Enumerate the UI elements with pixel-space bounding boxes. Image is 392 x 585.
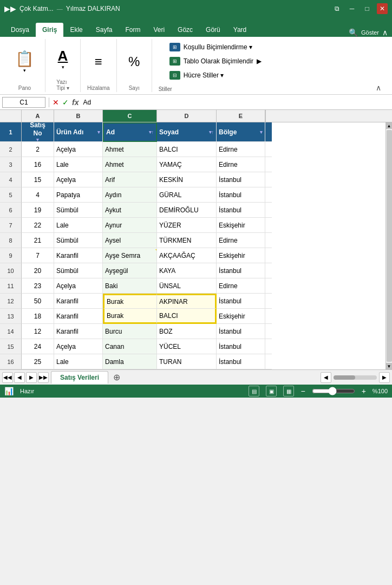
cell-A1[interactable]: SatışNo ▾ <box>22 122 54 142</box>
cell-D12[interactable]: AKPINAR <box>157 294 217 309</box>
row-header-4[interactable]: 4 <box>0 172 22 187</box>
cell-reference-input[interactable] <box>2 97 45 108</box>
ribbon-collapse-btn[interactable]: ∧ <box>382 28 388 37</box>
cell-A12[interactable]: 50 <box>22 294 54 309</box>
cell-A14[interactable]: 12 <box>22 324 54 339</box>
tab-dosya[interactable]: Dosya <box>4 23 36 37</box>
cell-C10[interactable]: Ayşegül <box>103 263 157 278</box>
tab-form[interactable]: Form <box>119 23 147 37</box>
h-scroll-right[interactable]: ▶ <box>379 372 390 383</box>
cell-C9[interactable]: Ayşe Semra <box>103 248 157 263</box>
cell-E12[interactable]: İstanbul <box>217 294 265 309</box>
cell-A13[interactable]: 18 <box>22 309 54 324</box>
cell-E13[interactable]: Eskişehir <box>217 309 265 324</box>
cell-E14[interactable]: İstanbul <box>217 324 265 339</box>
confirm-formula-icon[interactable]: ✓ <box>62 98 69 107</box>
hucre-stiller-btn[interactable]: ⊟ Hücre Stiller ▾ <box>165 69 266 81</box>
sheet-nav-first[interactable]: ◀◀ <box>2 372 13 383</box>
cell-A3[interactable]: 16 <box>22 157 54 172</box>
cell-A15[interactable]: 24 <box>22 339 54 354</box>
sayi-btn[interactable]: % <box>123 52 145 72</box>
cell-C8[interactable]: Aysel <box>103 233 157 248</box>
cell-B4[interactable]: Açelya <box>54 172 103 187</box>
cell-D2[interactable]: BALCI <box>157 142 217 157</box>
cell-B13[interactable]: Karanfil <box>54 309 103 324</box>
cell-B1[interactable]: Ürün Adı ▾ <box>54 122 103 142</box>
row-header-14[interactable]: 14 <box>0 324 22 339</box>
tab-veri[interactable]: Veri <box>147 23 171 37</box>
cell-D16[interactable]: TURAN <box>157 354 217 369</box>
sheet-nav-prev[interactable]: ◀ <box>14 372 25 383</box>
hizalama-btn[interactable]: ≡ <box>88 52 109 72</box>
cell-C1[interactable]: Ad ▾↑ <box>103 122 157 142</box>
row-header-6[interactable]: 6 <box>0 203 22 218</box>
cell-A11[interactable]: 23 <box>22 278 54 294</box>
cell-A2[interactable]: 2 <box>22 142 54 157</box>
cell-B8[interactable]: Sümbül <box>54 233 103 248</box>
cell-C2[interactable]: Ahmet <box>103 142 157 157</box>
cell-D11[interactable]: ÜNSAL <box>157 278 217 294</box>
tab-ekle[interactable]: Ekle <box>63 23 89 37</box>
cell-C14[interactable]: Burcu <box>103 324 157 339</box>
cell-B2[interactable]: Açelya <box>54 142 103 157</box>
minimize-btn[interactable]: ─ <box>347 3 357 14</box>
h-scrollbar-thumb[interactable] <box>334 375 377 380</box>
cell-E6[interactable]: İstanbul <box>217 203 265 218</box>
cell-A4[interactable]: 15 <box>22 172 54 187</box>
row-header-3[interactable]: 3 <box>0 157 22 172</box>
cell-D1[interactable]: Soyad ▾↑ <box>157 122 217 142</box>
row-header-1[interactable]: 1 <box>0 122 22 142</box>
pano-dropdown-arrow[interactable]: ▾ <box>23 68 26 73</box>
show-ribbon-btn[interactable]: Göster <box>361 29 379 36</box>
cell-B12[interactable]: Karanfil <box>54 294 103 309</box>
tab-yard[interactable]: Yard <box>227 23 253 37</box>
cell-B15[interactable]: Açelya <box>54 339 103 354</box>
cell-E8[interactable]: Edirne <box>217 233 265 248</box>
yazi-btn[interactable]: A ▾ <box>52 46 74 72</box>
cell-A10[interactable]: 20 <box>22 263 54 278</box>
filter-E1[interactable]: ▾ <box>260 129 263 135</box>
view-page-btn[interactable]: ▣ <box>266 386 277 396</box>
row-header-8[interactable]: 8 <box>0 233 22 248</box>
cell-E3[interactable]: Edirne <box>217 157 265 172</box>
cancel-formula-icon[interactable]: ✕ <box>53 98 59 107</box>
cell-E7[interactable]: Eskişehir <box>217 218 265 233</box>
col-header-A[interactable]: A <box>22 110 54 122</box>
row-header-12[interactable]: 12 <box>0 294 22 309</box>
cell-E9[interactable]: Eskişehir <box>217 248 265 263</box>
row-header-11[interactable]: 11 <box>0 278 22 294</box>
cell-B16[interactable]: Lale <box>54 354 103 369</box>
row-header-13[interactable]: 13 <box>0 309 22 324</box>
cell-C15[interactable]: Canan <box>103 339 157 354</box>
stiller-collapse-icon[interactable]: ∧ <box>376 83 381 92</box>
cell-E2[interactable]: Edirne <box>217 142 265 157</box>
cell-E1[interactable]: Bölge ▾ <box>217 122 265 142</box>
maximize-btn[interactable]: □ <box>362 3 373 14</box>
cell-C6[interactable]: Aykut <box>103 203 157 218</box>
row-header-15[interactable]: 15 <box>0 339 22 354</box>
filter-B1[interactable]: ▾ <box>97 129 100 135</box>
col-header-B[interactable]: B <box>54 110 103 122</box>
cell-D14[interactable]: BOZ <box>157 324 217 339</box>
cell-D7[interactable]: YÜZER <box>157 218 217 233</box>
cell-C12[interactable]: Burak <box>103 294 157 309</box>
cell-D8[interactable]: TÜRKMEN <box>157 233 217 248</box>
h-scroll-left[interactable]: ◀ <box>321 372 331 383</box>
cell-D4[interactable]: KESKİN <box>157 172 217 187</box>
restore-icon[interactable]: ⧉ <box>331 3 342 14</box>
search-icon[interactable]: 🔍 <box>349 28 358 37</box>
cell-C7[interactable]: Aynur <box>103 218 157 233</box>
cell-E16[interactable]: İstanbul <box>217 354 265 369</box>
zoom-out-btn[interactable]: − <box>300 387 305 395</box>
zoom-slider[interactable] <box>312 387 355 395</box>
tab-giris[interactable]: Giriş <box>36 23 63 37</box>
yazi-dropdown-arrow[interactable]: ▾ <box>62 64 64 70</box>
view-preview-btn[interactable]: ▦ <box>283 386 294 396</box>
cell-D13[interactable]: BALCI <box>157 309 217 324</box>
add-sheet-btn[interactable]: ⊕ <box>110 372 122 384</box>
row-header-9[interactable]: 9 <box>0 248 22 263</box>
cell-D6[interactable]: DEMİROĞLU <box>157 203 217 218</box>
tab-gozc[interactable]: Gözc <box>171 23 199 37</box>
tab-sayfa[interactable]: Sayfa <box>89 23 119 37</box>
cell-E5[interactable]: İstanbul <box>217 187 265 203</box>
